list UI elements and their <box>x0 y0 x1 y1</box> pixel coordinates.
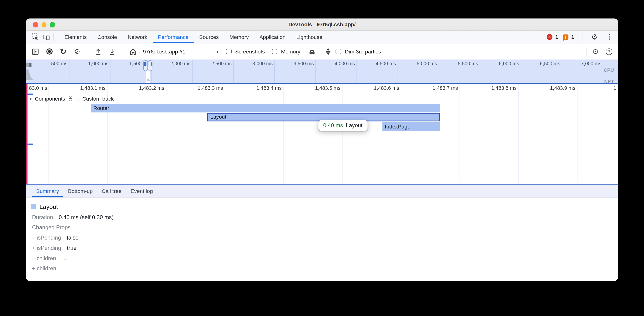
tab-summary[interactable]: Summary <box>36 185 59 197</box>
gridline <box>274 59 275 83</box>
gridline <box>110 59 110 83</box>
gridline <box>356 59 357 83</box>
tab-lighthouse[interactable]: Lighthouse <box>296 31 322 43</box>
home-icon[interactable] <box>129 47 137 55</box>
zoom-window-button[interactable] <box>50 22 55 27</box>
divider <box>586 48 586 55</box>
scroll-indicator-mark <box>27 93 32 95</box>
tab-performance[interactable]: Performance <box>158 31 188 43</box>
performance-toolbar: ↻ ⊘ 97r6ql.csb.app #1 ▼ Screenshots <box>26 44 618 59</box>
ruler-tick: 1,483.4 ms <box>245 85 282 91</box>
gridline <box>480 59 480 83</box>
tab-bottom-up[interactable]: Bottom-up <box>68 185 93 197</box>
warning-count[interactable]: 1 <box>571 34 574 40</box>
clear-recording-icon[interactable]: ⊘ <box>73 47 82 55</box>
gridline <box>577 84 578 184</box>
record-and-reload-icon[interactable]: ↻ <box>59 47 67 55</box>
tab-call-tree[interactable]: Call tree <box>102 185 122 197</box>
track-suffix: — Custom track <box>75 96 114 102</box>
tab-console[interactable]: Console <box>98 31 117 43</box>
gridline <box>284 84 284 184</box>
devtools-window: DevTools - 97r6ql.csb.app/ Elements Cons… <box>26 18 618 281</box>
tab-network[interactable]: Network <box>128 31 147 43</box>
chevron-down-icon: ▼ <box>216 49 220 54</box>
gridline <box>166 84 166 184</box>
summary-row: + children … <box>31 265 612 276</box>
screenshots-checkbox[interactable] <box>226 49 232 54</box>
memory-checkbox-group[interactable]: Memory <box>272 48 300 55</box>
overview-tick: 3,500 ms <box>285 61 314 67</box>
target-selector-dropdown[interactable]: 97r6ql.csb.app #1 ▼ <box>143 46 220 57</box>
gridline <box>518 84 519 184</box>
overview-tick: 4,500 ms <box>367 61 396 67</box>
gridline <box>603 59 604 83</box>
react-atom-icon <box>68 96 73 101</box>
overview-tick: 3,000 ms <box>244 61 273 67</box>
details-tab-bar: Summary Bottom-up Call tree Event log <box>26 185 618 198</box>
components-track-header[interactable]: ▼ Components — Custom track <box>29 96 114 102</box>
overview-tick: 1,000 ms <box>80 61 109 67</box>
flame-event-router[interactable]: Router <box>91 104 440 112</box>
minimize-window-button[interactable] <box>41 22 46 27</box>
screenshots-checkbox-group[interactable]: Screenshots <box>226 48 265 55</box>
settings-gear-icon[interactable]: ⚙ <box>591 33 598 41</box>
ruler-tick: 1,484 ms <box>598 85 618 91</box>
record-button[interactable] <box>45 47 54 55</box>
inspect-element-icon[interactable] <box>31 33 40 41</box>
panel-tabs: Elements Console Network Performance Sou… <box>59 31 328 43</box>
ruler-tick: 1,483.2 ms <box>128 85 164 91</box>
devtools-tab-bar: Elements Console Network Performance Sou… <box>26 31 618 43</box>
tab-event-log[interactable]: Event log <box>131 185 153 197</box>
device-toolbar-icon[interactable] <box>42 33 50 41</box>
timeline-overview[interactable]: 500 ms 1,000 ms 1,500 ms 2,000 ms 2,500 … <box>26 59 618 84</box>
memory-checkbox[interactable] <box>272 49 278 54</box>
overview-tick: 5,000 ms <box>408 61 437 67</box>
close-window-button[interactable] <box>33 22 38 27</box>
capture-settings-gear-icon[interactable]: ⚙ <box>592 48 599 55</box>
scroll-indicator-mark <box>27 144 32 145</box>
summary-row: Duration 0.40 ms (self 0.30 ms) <box>31 214 612 225</box>
upload-profile-icon[interactable] <box>94 47 102 55</box>
dim-3rd-parties-checkbox-group[interactable]: Dim 3rd parties <box>336 48 381 55</box>
collect-garbage-icon[interactable] <box>307 47 316 55</box>
download-profile-icon[interactable] <box>108 47 116 55</box>
cpu-label: CPU <box>604 68 614 73</box>
tab-sources[interactable]: Sources <box>199 31 219 43</box>
selection-right-handle[interactable] <box>148 60 152 71</box>
help-icon[interactable]: ? <box>606 48 612 55</box>
ruler-tick: 1,483.8 ms <box>480 85 517 91</box>
summary-row: – isPending false <box>31 235 612 245</box>
summary-row-label: + isPending <box>32 245 61 251</box>
disclosure-triangle-icon[interactable]: ▼ <box>29 97 32 101</box>
overview-tick: 5,500 ms <box>450 61 478 67</box>
error-count[interactable]: 1 <box>555 34 558 40</box>
overview-tick: 2,500 ms <box>203 61 232 67</box>
flame-event-indexpage[interactable]: IndexPage <box>382 122 440 131</box>
event-tooltip: 0.40 msLayout <box>318 120 367 131</box>
memory-label: Memory <box>281 48 300 55</box>
divider <box>54 33 54 41</box>
tab-application[interactable]: Application <box>259 31 286 43</box>
summary-row: – children … <box>31 255 612 266</box>
summary-row-label: Changed Props <box>32 224 71 230</box>
error-badge-icon[interactable]: ✕ <box>546 34 552 40</box>
overview-tick: 6,500 ms <box>532 61 560 67</box>
tab-elements[interactable]: Elements <box>64 31 87 43</box>
toggle-sidebar-icon[interactable] <box>31 47 40 55</box>
gridline <box>224 84 225 184</box>
more-options-kebab-icon[interactable]: ⋮ <box>606 33 612 41</box>
gridline <box>521 59 521 83</box>
navigation-marker-line <box>26 84 27 184</box>
dim-3rd-parties-checkbox[interactable] <box>336 49 341 54</box>
selection-left-handle[interactable] <box>144 60 148 71</box>
cpu-baseline <box>26 80 618 80</box>
collapse-tracks-icon[interactable] <box>324 47 332 55</box>
flame-chart-pane[interactable]: 1,483.0 ms 1,483.1 ms 1,483.2 ms 1,483.3… <box>26 84 618 185</box>
tab-memory[interactable]: Memory <box>230 31 249 43</box>
divider <box>123 48 123 55</box>
net-label: NET <box>604 79 614 84</box>
warning-badge-icon[interactable]: ! <box>562 34 568 40</box>
summary-row: Changed Props <box>31 224 612 235</box>
traffic-lights <box>33 22 55 27</box>
overview-tick: 2,000 ms <box>162 61 191 67</box>
